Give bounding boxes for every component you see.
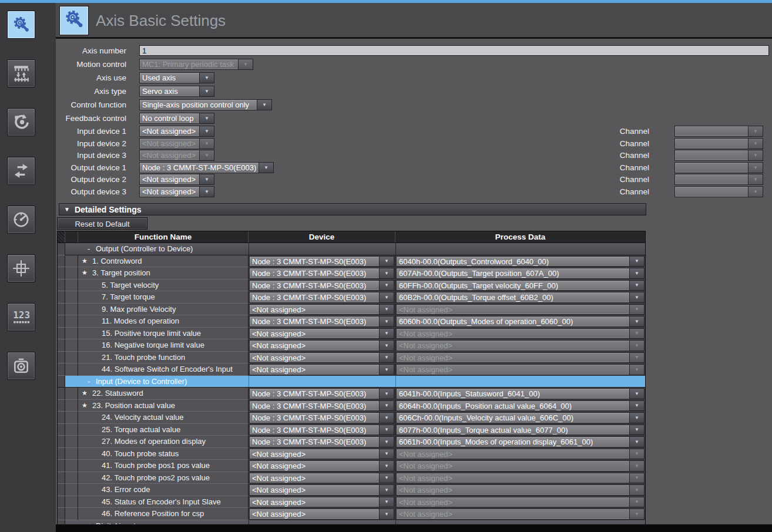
table-row[interactable]: 9. Max profile Velocity<Not assigned>▼<N… (58, 304, 645, 316)
dropdown-arrow-icon[interactable]: ▼ (199, 73, 214, 83)
sidebar-tab-numbers-123[interactable]: 123 (7, 303, 35, 331)
sidebar-tab-servo-motor[interactable] (7, 352, 35, 380)
dropdown-arrow-icon[interactable]: ▼ (379, 365, 394, 375)
dropdown-arrow-icon[interactable]: ▼ (379, 281, 394, 291)
function-name-cell[interactable]: 16. Negative torque limit value (78, 339, 249, 352)
reset-to-default-button[interactable]: Reset to Default (57, 217, 147, 230)
table-row[interactable]: 16. Negative torque limit value<Not assi… (58, 339, 645, 352)
device-select[interactable]: <Not assigned>▼ (249, 304, 394, 315)
dropdown-arrow-icon[interactable]: ▼ (379, 449, 394, 459)
dropdown-arrow-icon[interactable]: ▼ (199, 174, 214, 184)
device-select[interactable]: Node : 3 CMMT-ST-MP-S0(E003)▼ (249, 268, 394, 279)
process-data-select[interactable]: 6061h-00.0(Inputs_Modes of operation dis… (396, 436, 645, 447)
table-row[interactable]: 46. Reference Position for csp<Not assig… (58, 508, 645, 520)
function-name-cell[interactable]: ★22. Statusword (78, 388, 249, 400)
function-name-cell[interactable]: ★1. Controlword (78, 255, 249, 268)
collapse-icon[interactable]: - (88, 244, 96, 253)
function-name-cell[interactable]: 43. Error code (78, 484, 249, 496)
table-row[interactable]: 24. Velocity actual valueNode : 3 CMMT-S… (58, 412, 645, 424)
feedback-control-select[interactable]: No control loop▼ (139, 113, 214, 124)
device-select[interactable]: <Not assigned>▼ (249, 449, 394, 460)
dropdown-arrow-icon[interactable]: ▼ (199, 86, 214, 96)
table-row[interactable]: 27. Modes of operation displayNode : 3 C… (58, 436, 645, 448)
sidebar-tab-crosshair[interactable] (7, 254, 35, 282)
dropdown-arrow-icon[interactable]: ▼ (629, 425, 644, 435)
function-name-cell[interactable]: 27. Modes of operation display (78, 436, 249, 448)
dropdown-arrow-icon[interactable]: ▼ (259, 163, 273, 173)
table-row[interactable]: 41. Touch probe pos1 pos value<Not assig… (58, 460, 645, 472)
control-function-select[interactable]: Single-axis position control only▼ (139, 99, 272, 110)
function-name-cell[interactable]: 45. Status of Encoder's Input Slave (78, 496, 249, 509)
function-name-cell[interactable]: 5. Target velocity (78, 280, 249, 292)
dropdown-arrow-icon[interactable]: ▼ (199, 187, 214, 197)
process-data-select[interactable]: 6041h-00.0(Inputs_Statusword_6041_00)▼ (396, 388, 645, 399)
group-header-cell[interactable]: -Input (Device to Controller) (65, 376, 645, 388)
axis-number-input[interactable] (139, 45, 769, 56)
dropdown-arrow-icon[interactable]: ▼ (379, 473, 394, 483)
dropdown-arrow-icon[interactable]: ▼ (379, 316, 394, 326)
function-name-cell[interactable]: 40. Touch probe status (78, 448, 249, 460)
dropdown-arrow-icon[interactable]: ▼ (379, 401, 394, 411)
function-name-cell[interactable]: 15. Positive torque limit value (78, 328, 249, 340)
device-select[interactable]: <Not assigned>▼ (249, 460, 394, 472)
axis-use-select[interactable]: Used axis▼ (139, 72, 214, 83)
device-select[interactable]: <Not assigned>▼ (249, 328, 394, 339)
process-data-select[interactable]: 6077h-00.0(Inputs_Torque actual value_60… (396, 425, 645, 436)
device-select[interactable]: Node : 3 CMMT-ST-MP-S0(E003)▼ (249, 436, 394, 447)
function-name-cell[interactable]: 9. Max profile Velocity (78, 304, 249, 316)
dropdown-arrow-icon[interactable]: ▼ (379, 292, 394, 302)
table-row[interactable]: 11. Modes of operationNode : 3 CMMT-ST-M… (58, 315, 645, 328)
dropdown-arrow-icon[interactable]: ▼ (379, 268, 394, 278)
function-name-cell[interactable]: ★3. Target position (78, 267, 249, 280)
process-data-select[interactable]: 606Ch-00.0(Inputs_Velocity actual value_… (396, 412, 645, 423)
table-row[interactable]: 25. Torque actual valueNode : 3 CMMT-ST-… (58, 424, 645, 436)
device-select[interactable]: <Not assigned>▼ (249, 340, 394, 351)
sidebar-tab-ruler-arrows[interactable] (7, 59, 35, 87)
dropdown-arrow-icon[interactable]: ▼ (629, 268, 644, 278)
table-row[interactable]: 44. Software Switch of Encoder's Input<N… (58, 363, 645, 376)
dropdown-arrow-icon[interactable]: ▼ (379, 389, 394, 399)
table-row[interactable]: 45. Status of Encoder's Input Slave<Not … (58, 496, 645, 509)
table-row[interactable]: 15. Positive torque limit value<Not assi… (58, 328, 645, 340)
dropdown-arrow-icon[interactable]: ▼ (629, 281, 644, 291)
table-group-row[interactable]: -Output (Controller to Device) (58, 243, 645, 255)
device-select[interactable]: <Not assigned>▼ (249, 484, 394, 496)
table-row[interactable]: 21. Touch probe function<Not assigned>▼<… (58, 352, 645, 364)
device-select[interactable]: <Not assigned>▼ (249, 497, 394, 508)
dropdown-arrow-icon[interactable]: ▼ (629, 413, 644, 423)
input-device-1-select[interactable]: <Not assigned>▼ (139, 126, 214, 137)
table-row[interactable]: ★3. Target positionNode : 3 CMMT-ST-MP-S… (58, 267, 645, 280)
device-select[interactable]: <Not assigned>▼ (249, 473, 394, 484)
function-name-cell[interactable]: 42. Touch probe pos2 pos value (78, 472, 249, 484)
device-select[interactable]: Node : 3 CMMT-ST-MP-S0(E003)▼ (249, 256, 394, 267)
dropdown-arrow-icon[interactable]: ▼ (379, 437, 394, 447)
process-data-select[interactable]: 6060h-00.0(Outputs_Modes of operation_60… (396, 316, 645, 327)
sidebar-tab-gauge[interactable] (7, 206, 35, 234)
dropdown-arrow-icon[interactable]: ▼ (379, 425, 394, 435)
function-name-cell[interactable]: 25. Torque actual value (78, 424, 249, 436)
process-data-select[interactable]: 6040h-00.0(Outputs_Controlword_6040_00)▼ (396, 256, 645, 267)
function-name-cell[interactable]: ★23. Position actual value (78, 400, 249, 412)
dropdown-arrow-icon[interactable]: ▼ (629, 292, 644, 302)
process-data-select[interactable]: 60B2h-00.0(Outputs_Torque offset_60B2_00… (396, 292, 645, 303)
dropdown-arrow-icon[interactable]: ▼ (629, 316, 644, 326)
group-header-cell[interactable]: -Output (Controller to Device) (65, 243, 645, 255)
dropdown-arrow-icon[interactable]: ▼ (379, 257, 394, 267)
function-name-cell[interactable]: 24. Velocity actual value (78, 412, 249, 424)
dropdown-arrow-icon[interactable]: ▼ (379, 497, 394, 507)
device-select[interactable]: Node : 3 CMMT-ST-MP-S0(E003)▼ (249, 400, 394, 412)
sidebar-tab-swap-arrows[interactable] (7, 157, 35, 185)
function-name-cell[interactable]: 11. Modes of operation (78, 315, 249, 328)
function-name-cell[interactable]: 41. Touch probe pos1 pos value (78, 460, 249, 472)
dropdown-arrow-icon[interactable]: ▼ (257, 100, 271, 110)
function-name-cell[interactable]: 46. Reference Position for csp (78, 508, 249, 520)
function-name-cell[interactable]: 7. Target torque (78, 291, 249, 304)
table-row[interactable]: 43. Error code<Not assigned>▼<Not assign… (58, 484, 645, 496)
process-data-select[interactable]: 60FFh-00.0(Outputs_Target velocity_60FF_… (396, 280, 645, 291)
output-device-1-select[interactable]: Node : 3 CMMT-ST-MP-S0(E003)▼ (139, 162, 274, 173)
sidebar-tab-rotary-arrow[interactable] (7, 108, 35, 136)
sidebar-tab-gear-wrench[interactable] (7, 11, 35, 39)
dropdown-arrow-icon[interactable]: ▼ (379, 329, 394, 339)
dropdown-arrow-icon[interactable]: ▼ (379, 461, 394, 471)
dropdown-arrow-icon[interactable]: ▼ (199, 126, 214, 136)
